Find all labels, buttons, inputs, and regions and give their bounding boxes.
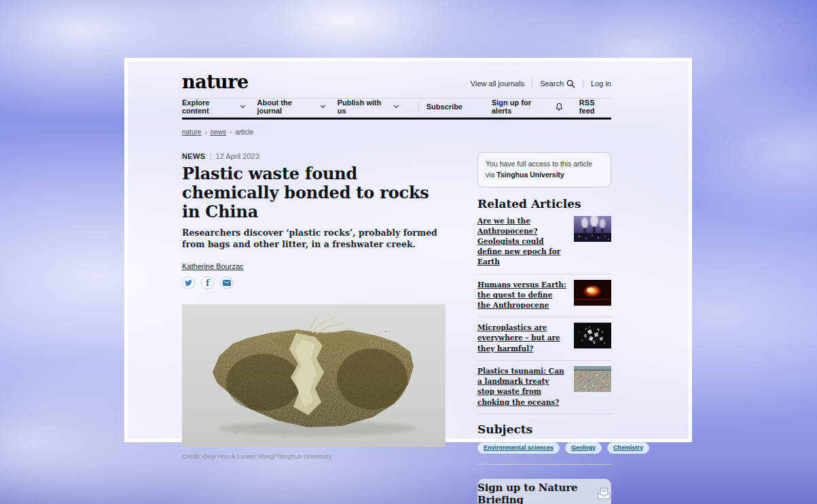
anthropocene-city-thumb-image [574, 216, 611, 242]
breadcrumb-article: article [235, 128, 253, 136]
share-email-button[interactable] [220, 276, 233, 289]
related-article-link[interactable]: Are we in the Anthropocene? Geologists c… [477, 216, 567, 268]
nav-label: Publish with us [338, 98, 391, 115]
login-link[interactable]: Log in [591, 79, 611, 88]
divider [211, 153, 211, 160]
search-link[interactable]: Search [540, 79, 575, 88]
social-share-row: f [182, 276, 446, 289]
rss-feed-link[interactable]: RSS feed [579, 98, 611, 115]
breadcrumb-nature[interactable]: nature [182, 128, 201, 136]
microplastics-thumb-image [574, 323, 611, 348]
sidebar: You have full access to this article via… [477, 152, 611, 504]
nature-article-page: nature View all journals Search Log in [128, 61, 689, 439]
breadcrumb-news[interactable]: news [211, 128, 226, 136]
nav-explore-content[interactable]: Explore content [182, 98, 244, 115]
search-label: Search [540, 79, 564, 88]
breadcrumb-separator: › [230, 128, 232, 136]
subjects-heading: Subjects [477, 422, 611, 436]
search-icon [566, 79, 575, 88]
article-kicker: NEWS [182, 152, 206, 160]
page-frame: nature View all journals Search Log in [124, 58, 692, 442]
image-credit: Credit: Deyi Hou & Liuwei Wang/Tsinghua … [182, 452, 446, 460]
email-icon [223, 280, 231, 286]
access-note: You have full access to this article via… [477, 152, 611, 187]
related-article-link[interactable]: Humans versus Earth: the quest to define… [477, 280, 567, 311]
twitter-icon [185, 279, 192, 287]
divider [583, 79, 583, 88]
nav-right: Sign up for alerts RSS feed [475, 98, 611, 115]
article-standfirst: Researchers discover ‘plastic rocks’, pr… [182, 228, 446, 250]
related-article-item[interactable]: Humans versus Earth: the quest to define… [477, 274, 611, 318]
sidebar-divider [477, 464, 611, 465]
author-link[interactable]: Katherine Bourzac [182, 262, 244, 270]
nav-label: Explore content [182, 98, 237, 115]
subject-chemistry[interactable]: Chemistry [607, 442, 649, 454]
plastic-waste-landfill-thumb-image [574, 366, 611, 392]
newsletter-envelope-icon [597, 485, 611, 502]
explosion-thumb-image [574, 280, 611, 306]
share-facebook-button[interactable]: f [201, 276, 214, 289]
related-article-thumbnail[interactable] [574, 280, 611, 306]
nature-briefing-signup-button[interactable]: Sign up to Nature Briefing [477, 479, 611, 504]
top-links: View all journals Search Log in [471, 79, 611, 91]
view-all-journals-link[interactable]: View all journals [471, 79, 524, 88]
subject-geology[interactable]: Geology [565, 442, 602, 454]
nav-bottom-bar [182, 118, 611, 120]
nav-about-the-journal[interactable]: About the journal [257, 98, 325, 115]
divider [532, 79, 532, 88]
masthead: nature View all journals Search Log in [182, 71, 611, 91]
related-articles-heading: Related Articles [477, 197, 611, 211]
article-meta: NEWS 12 April 2023 [182, 152, 446, 160]
article-date: 12 April 2023 [216, 152, 259, 160]
briefing-label: Sign up to Nature Briefing [477, 482, 588, 504]
article-column: NEWS 12 April 2023 Plastic waste found c… [182, 152, 446, 504]
sign-up-for-alerts-link[interactable]: Sign up for alerts [492, 98, 563, 115]
subject-pills: Environmental sciences Geology Chemistry [477, 442, 611, 454]
nav-publish-with-us[interactable]: Publish with us [338, 98, 398, 115]
related-article-item[interactable]: Plastics tsunami: Can a landmark treaty … [477, 361, 611, 414]
chevron-down-icon [394, 103, 399, 108]
breadcrumb: nature › news › article [182, 128, 611, 136]
alerts-label: Sign up for alerts [492, 98, 551, 115]
author-row: Katherine Bourzac [182, 262, 446, 270]
related-article-item[interactable]: Are we in the Anthropocene? Geologists c… [477, 211, 611, 274]
related-article-thumbnail[interactable] [574, 323, 611, 348]
related-article-thumbnail[interactable] [574, 216, 611, 242]
primary-nav: Explore content About the journal Publis… [182, 98, 611, 115]
related-article-link[interactable]: Plastics tsunami: Can a landmark treaty … [477, 366, 567, 408]
breadcrumb-separator: › [204, 128, 206, 136]
facebook-icon: f [206, 279, 209, 287]
nav-left: Explore content About the journal Publis… [182, 98, 475, 115]
bell-icon [556, 103, 563, 111]
article-hero-image [182, 304, 446, 447]
nav-label: About the journal [257, 98, 317, 115]
share-twitter-button[interactable] [182, 276, 195, 289]
subject-environmental-sciences[interactable]: Environmental sciences [477, 442, 560, 454]
chevron-down-icon [240, 103, 245, 108]
chevron-down-icon [321, 103, 325, 108]
page-title: Plastic waste found chemically bonded to… [182, 164, 446, 221]
related-article-link[interactable]: Microplastics are everywhere – but are t… [477, 323, 567, 354]
plastic-rock-photo [182, 304, 446, 447]
access-institution: Tsinghua University [496, 170, 564, 179]
nav-subscribe[interactable]: Subscribe [426, 103, 462, 111]
related-article-thumbnail[interactable] [574, 366, 611, 392]
related-article-item[interactable]: Microplastics are everywhere – but are t… [477, 317, 611, 361]
divider [418, 102, 419, 111]
nature-logo[interactable]: nature [182, 73, 249, 91]
content-grid: NEWS 12 April 2023 Plastic waste found c… [182, 152, 611, 504]
